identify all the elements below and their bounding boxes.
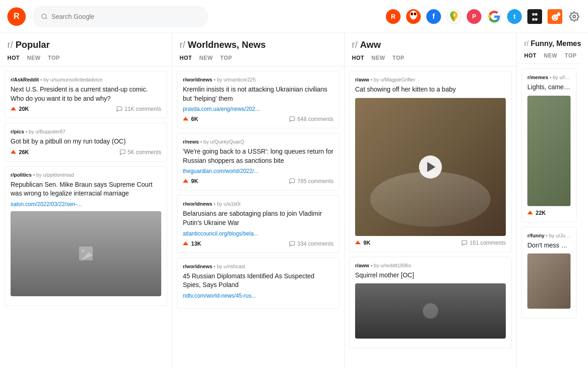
dark-nav-icon[interactable]: ■■■■ — [527, 9, 542, 24]
post-meta: r/pics • by u/Buppster87 — [11, 129, 161, 134]
post-meta: r/AskReddit • by u/sumunsolicitedadvice — [11, 77, 161, 82]
post-meta: r/politics • by u/ppldontread — [11, 172, 161, 178]
post-worldnews-0[interactable]: r/worldnews • by u/manticor225 Kremlin i… — [177, 71, 339, 128]
post-stats: 20K 11K comments — [11, 106, 161, 112]
post-video[interactable] — [355, 98, 506, 236]
column-worldnews-prefix: r/ — [180, 40, 188, 50]
post-title: Squirrel mother [OC] — [355, 271, 506, 280]
post-popular-0[interactable]: r/AskReddit • by u/sumunsolicitedadvice … — [5, 71, 167, 118]
post-title: Lights, camera, ac... — [527, 83, 571, 92]
post-author: u/rishcast — [224, 264, 245, 269]
maps-svg — [447, 10, 460, 23]
post-title: Kremlin insists it is not attacking Ukra… — [183, 85, 334, 103]
vote-count: 26K — [11, 149, 29, 155]
post-image — [11, 211, 161, 296]
tab-aww-hot[interactable]: HOT — [352, 55, 364, 61]
post-stats: 26K 5K comments — [11, 149, 161, 155]
tab-aww-new[interactable]: NEW — [372, 55, 385, 61]
tab-funny-hot[interactable]: HOT — [524, 52, 537, 59]
column-aww-tabs: HOT NEW TOP — [345, 53, 516, 66]
post-funny-1[interactable]: r/funny • by u/Juanisv... Don't mess wit… — [521, 227, 577, 319]
post-author: u/manticor225 — [224, 77, 256, 82]
tab-worldnews-hot[interactable]: HOT — [180, 55, 192, 61]
post-worldnews-3[interactable]: r/worldnews • by u/rishcast 45 Russian D… — [177, 258, 339, 309]
vote-count: 22K — [527, 210, 546, 216]
post-author: u/a1b0r — [224, 201, 241, 207]
svg-point-6 — [414, 12, 416, 15]
post-aww-1[interactable]: r/aww • by u/reddit1896s Squirrel mother… — [349, 257, 512, 349]
svg-point-11 — [558, 12, 560, 14]
comment-count: 161 comments — [461, 240, 506, 246]
tab-funny-top[interactable]: TOP — [565, 52, 577, 59]
column-worldnews-header: r/ Worldnews, News — [172, 33, 344, 53]
post-meta: r/worldnews • by u/rishcast — [183, 264, 334, 269]
comments-number: 161 comments — [469, 240, 506, 246]
column-aww: r/ Aww HOT NEW TOP r/aww • by u/MagpieGr… — [345, 33, 517, 368]
comment-icon — [461, 240, 468, 246]
tab-popular-new[interactable]: NEW — [27, 55, 41, 61]
comment-count: 11K comments — [116, 106, 161, 112]
tab-worldnews-new[interactable]: NEW — [199, 55, 213, 61]
search-icon — [41, 13, 48, 20]
settings-nav-icon[interactable] — [568, 10, 581, 23]
google-maps-nav-icon[interactable] — [447, 9, 461, 24]
vote-count: 9K — [183, 178, 198, 184]
alien-svg — [407, 10, 420, 23]
svg-point-9 — [556, 17, 557, 17]
header: R R f P t ■■■■ — [0, 0, 588, 33]
post-aww-0[interactable]: r/aww • by u/MagpieGrifter Cat showing o… — [349, 71, 512, 252]
pocket-nav-icon[interactable]: P — [467, 9, 481, 24]
svg-point-12 — [573, 15, 576, 18]
comment-count: 785 comments — [289, 178, 334, 184]
post-title: Got bit by a pitbull on my run today (OC… — [11, 137, 161, 146]
post-title: Belarusians are sabotaging plans to join… — [183, 209, 334, 227]
post-worldnews-1[interactable]: r/news • by u/QuirkyQuarQ 'We're going b… — [177, 133, 339, 190]
post-author: u/l-Hav... — [560, 75, 571, 80]
reddit-nav-icon[interactable]: R — [386, 9, 401, 24]
upvote-icon — [355, 241, 361, 244]
votes-number: 22K — [536, 210, 546, 216]
votes-number: 13K — [191, 241, 201, 247]
post-funny-0[interactable]: r/memes • by u/l-Hav... Lights, camera, … — [521, 69, 577, 222]
column-worldnews-tabs: HOT NEW TOP — [172, 53, 344, 66]
post-meta: r/worldnews • by u/a1b0r — [183, 201, 334, 207]
post-meta: r/funny • by u/Juanisv... — [527, 233, 571, 238]
search-input[interactable] — [51, 13, 200, 20]
tab-popular-hot[interactable]: HOT — [7, 55, 20, 61]
post-author: u/sumunsolicitedadvice — [50, 77, 102, 82]
tab-aww-top[interactable]: TOP — [392, 55, 404, 61]
search-bar[interactable] — [33, 6, 208, 27]
comment-icon — [116, 106, 123, 112]
column-funny-prefix: r/ — [524, 40, 531, 47]
reddit2-nav-icon[interactable] — [548, 9, 562, 24]
post-subreddit: r/funny — [527, 233, 544, 238]
post-meta: r/worldnews • by u/manticor225 — [183, 77, 334, 82]
post-author: u/MagpieGrifter — [380, 77, 415, 82]
upvote-icon — [527, 211, 533, 214]
tab-worldnews-top[interactable]: TOP — [220, 55, 232, 61]
comment-icon — [289, 116, 295, 122]
facebook-nav-icon[interactable]: f — [426, 9, 441, 24]
post-subreddit: r/pics — [11, 129, 24, 134]
post-title: Don't mess with p... — [527, 241, 571, 250]
svg-point-14 — [82, 250, 85, 252]
post-link: atlanticcouncil.org/blogs/bela... — [183, 230, 334, 237]
post-title: Republican Sen. Mike Braun says Supreme … — [11, 180, 161, 198]
tab-funny-new[interactable]: NEW — [544, 52, 558, 59]
main-content: r/ Popular HOT NEW TOP r/AskReddit • by … — [0, 33, 588, 368]
twitter-nav-icon[interactable]: t — [507, 9, 522, 24]
post-popular-1[interactable]: r/pics • by u/Buppster87 Got bit by a pi… — [5, 123, 167, 161]
image-icon — [77, 244, 95, 263]
post-subreddit: r/AskReddit — [11, 77, 39, 82]
reddit-logo-button[interactable]: R — [7, 7, 26, 26]
comments-number: 334 comments — [297, 241, 334, 247]
column-aww-title: Aww — [360, 40, 381, 50]
votes-number: 6K — [191, 116, 198, 122]
comments-number: 11K comments — [124, 106, 161, 112]
alien-nav-icon[interactable] — [406, 9, 421, 24]
post-meta: r/aww • by u/reddit1896s — [355, 263, 506, 268]
post-popular-2[interactable]: r/politics • by u/ppldontread Republican… — [5, 166, 167, 306]
google-nav-icon[interactable] — [487, 9, 502, 24]
tab-popular-top[interactable]: TOP — [48, 55, 60, 61]
post-worldnews-2[interactable]: r/worldnews • by u/a1b0r Belarusians are… — [177, 195, 339, 253]
